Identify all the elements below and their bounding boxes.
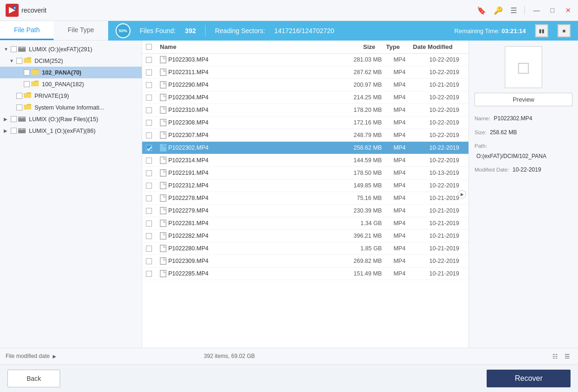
file-date: 10-22-2019: [413, 119, 465, 126]
svg-rect-56: [160, 245, 166, 252]
tab-file-path[interactable]: File Path: [0, 21, 54, 40]
tree-item-lumix-o-exfat[interactable]: ▼LUMIX (O:)(exFAT)(291): [0, 43, 142, 55]
tree-checkbox-100-pana[interactable]: [24, 81, 30, 87]
file-icon: [160, 56, 166, 63]
back-button[interactable]: Back: [7, 370, 60, 387]
table-row[interactable]: P1022303.MP4281.03 MBMP410-22-2019: [142, 54, 468, 66]
table-row[interactable]: P1022314.MP4144.59 MBMP410-22-2019: [142, 154, 468, 167]
row-checkbox[interactable]: [146, 220, 152, 227]
tree-item-system-vol[interactable]: System Volume Informati...: [0, 102, 142, 113]
preview-name-value: P1022302.MP4: [494, 115, 532, 122]
recover-button[interactable]: Recover: [487, 370, 571, 387]
row-checkbox[interactable]: [146, 158, 152, 164]
list-view-icon[interactable]: ☰: [562, 351, 572, 361]
row-checkbox[interactable]: [146, 120, 152, 126]
table-row[interactable]: P1022312.MP4149.85 MBMP410-22-2019: [142, 179, 468, 192]
row-checkbox[interactable]: [146, 95, 152, 101]
tree-item-102-pana[interactable]: 102_PANA(70): [0, 67, 142, 78]
preview-size-row: Size: 258.62 MB: [475, 128, 572, 138]
table-row[interactable]: P1022280.MP41.85 GBMP410-21-2019: [142, 242, 468, 255]
row-checkbox[interactable]: [146, 69, 152, 76]
row-checkbox[interactable]: [146, 132, 152, 138]
row-checkbox[interactable]: [146, 82, 152, 88]
svg-point-6: [21, 47, 22, 48]
row-checkbox[interactable]: [146, 145, 152, 151]
row-checkbox[interactable]: [146, 57, 152, 63]
stop-button[interactable]: ■: [557, 24, 571, 37]
key-icon[interactable]: 🔑: [494, 6, 503, 15]
file-type: MP4: [385, 245, 413, 252]
table-row[interactable]: P1022307.MP4248.79 MBMP410-22-2019: [142, 129, 468, 142]
tree-checkbox-lumix-raw[interactable]: [11, 116, 17, 122]
svg-rect-31: [160, 132, 166, 138]
tree-item-label: LUMIX (O:)(Raw Files)(15): [29, 116, 98, 123]
file-type: MP4: [385, 119, 413, 126]
bookmark-icon[interactable]: 🔖: [477, 6, 486, 15]
row-checkbox[interactable]: [146, 170, 152, 176]
preview-modified-row: Modified Date: 10-22-2019: [475, 165, 572, 175]
tree-item-100-pana[interactable]: 100_PANA(182): [0, 78, 142, 90]
tree-item-lumix-1[interactable]: ▶LUMIX_1 (O:)(exFAT)(86): [0, 125, 142, 137]
table-row[interactable]: P1022281.MP41.34 GBMP410-21-2019: [142, 217, 468, 230]
tree-item-label: PRIVATE(19): [34, 93, 69, 99]
table-row[interactable]: P1022279.MP4230.39 MBMP410-21-2019: [142, 205, 468, 217]
row-checkbox[interactable]: [146, 233, 152, 239]
table-row[interactable]: P1022304.MP4214.25 MBMP410-22-2019: [142, 91, 468, 104]
file-list-body[interactable]: P1022303.MP4281.03 MBMP410-22-2019P10223…: [142, 54, 468, 348]
select-all-checkbox[interactable]: [146, 44, 152, 50]
file-date: 10-22-2019: [413, 107, 465, 113]
table-row[interactable]: P1022282.MP4396.21 MBMP410-21-2019: [142, 230, 468, 242]
tree-item-dcim[interactable]: ▼DCIM(252): [0, 55, 142, 67]
tree-item-lumix-raw[interactable]: ▶LUMIX (O:)(Raw Files)(15): [0, 113, 142, 125]
table-row[interactable]: P1022285.MP4151.49 MBMP410-21-2019: [142, 268, 468, 280]
tree-checkbox-system-vol[interactable]: [16, 104, 22, 110]
row-checkbox[interactable]: [146, 183, 152, 189]
svg-rect-53: [160, 233, 166, 239]
logo-icon: R: [6, 4, 19, 17]
tree-checkbox-dcim[interactable]: [16, 58, 22, 64]
file-date: 10-22-2019: [413, 157, 465, 164]
table-row[interactable]: P1022191.MP4178.50 MBMP410-13-2019: [142, 167, 468, 179]
tree-expand-arrow: ▶: [4, 117, 9, 122]
file-size: 149.85 MB: [339, 182, 385, 189]
table-row[interactable]: P1022310.MP4178.20 MBMP410-22-2019: [142, 104, 468, 117]
file-type: MP4: [385, 220, 413, 227]
file-name: P1022303.MP4: [168, 56, 339, 63]
file-name: P1022279.MP4: [168, 207, 339, 214]
svg-rect-44: [160, 195, 166, 201]
file-icon: [160, 131, 166, 139]
tree-item-private[interactable]: PRIVATE(19): [0, 90, 142, 102]
maximize-button[interactable]: □: [548, 6, 557, 14]
grid-view-icon[interactable]: ☷: [550, 351, 560, 361]
preview-path-value: O:(exFAT)/DCIM/102_PANA: [476, 151, 572, 162]
row-checkbox[interactable]: [146, 246, 152, 252]
table-row[interactable]: P1022311.MP4287.62 MBMP410-22-2019: [142, 66, 468, 79]
close-button[interactable]: ✕: [564, 6, 572, 14]
row-checkbox[interactable]: [146, 271, 152, 277]
tree-checkbox-private[interactable]: [16, 93, 22, 99]
file-name: P1022302.MP4: [168, 144, 339, 151]
tree-checkbox-lumix-1[interactable]: [11, 128, 17, 134]
preview-button[interactable]: Preview: [475, 93, 572, 106]
row-checkbox[interactable]: [146, 107, 152, 113]
tree-checkbox-lumix-o-exfat[interactable]: [11, 46, 17, 52]
filter-control[interactable]: File modified date ▶: [6, 353, 56, 359]
row-checkbox[interactable]: [146, 195, 152, 201]
file-type: MP4: [385, 270, 413, 277]
expand-panel-button[interactable]: ▶: [458, 190, 466, 199]
file-name: P1022278.MP4: [168, 195, 339, 201]
minimize-button[interactable]: —: [532, 6, 541, 14]
row-checkbox[interactable]: [146, 208, 152, 214]
table-row[interactable]: P1022309.MP4269.82 MBMP410-22-2019: [142, 255, 468, 268]
table-row[interactable]: P1022302.MP4258.62 MBMP410-22-2019: [142, 142, 468, 154]
table-row[interactable]: P1022278.MP475.16 MBMP410-21-2019: [142, 192, 468, 205]
file-list-header: Name Size Type Date Modified: [142, 41, 468, 54]
table-row[interactable]: P1022290.MP4200.97 MBMP410-21-2019: [142, 79, 468, 91]
table-row[interactable]: P1022308.MP4172.16 MBMP410-22-2019: [142, 117, 468, 129]
pause-button[interactable]: ▮▮: [535, 24, 548, 37]
row-checkbox[interactable]: [146, 258, 152, 264]
progress-area: 50% Files Found: 392 Reading Sectors: 14…: [108, 21, 578, 41]
tab-file-type[interactable]: File Type: [54, 21, 108, 40]
tree-checkbox-102-pana[interactable]: [24, 69, 30, 76]
menu-icon[interactable]: ☰: [510, 6, 517, 15]
